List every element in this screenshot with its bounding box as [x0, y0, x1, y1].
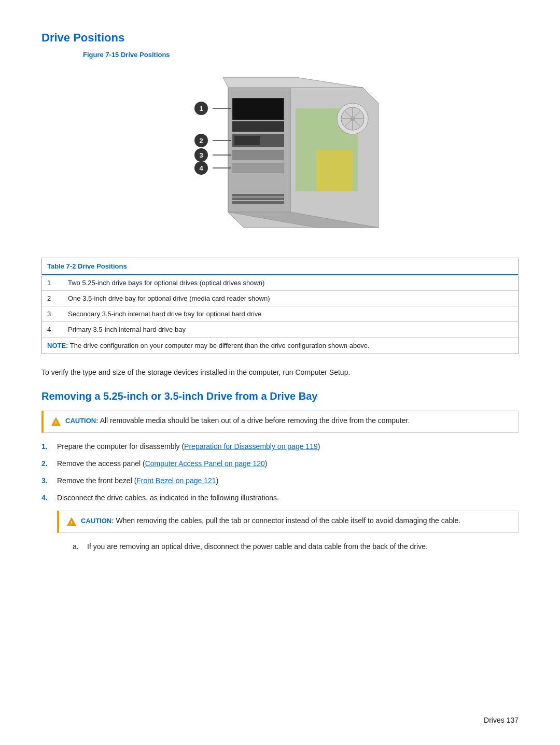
svg-rect-15: [232, 121, 284, 132]
computer-svg: 1 2 3 4: [161, 67, 399, 243]
sub-steps-list: a. If you are removing an optical drive,…: [73, 541, 519, 552]
step-text-4: Disconnect the drive cables, as indicate…: [57, 493, 279, 503]
caution-label-2: CAUTION:: [81, 517, 114, 525]
step-4: 4. Disconnect the drive cables, as indic…: [41, 493, 519, 503]
page-title: Drive Positions: [41, 31, 519, 45]
step-1: 1. Prepare the computer for disassembly …: [41, 441, 519, 452]
table-caption: Table 7-2 Drive Positions: [42, 258, 518, 275]
svg-rect-22: [232, 201, 284, 204]
svg-rect-17: [234, 136, 260, 145]
svg-rect-20: [232, 194, 284, 196]
steps-list: 1. Prepare the computer for disassembly …: [41, 441, 519, 503]
step-2-link[interactable]: Computer Access Panel on page 120: [145, 459, 265, 468]
step-3-link[interactable]: Front Bezel on page 121: [136, 476, 216, 485]
row-desc: Secondary 3.5-inch internal hard drive b…: [68, 310, 513, 318]
svg-rect-5: [316, 150, 353, 191]
step-num-2: 2.: [41, 458, 52, 469]
sub-step-text-a: If you are removing an optical drive, di…: [87, 541, 428, 552]
row-num: 4: [47, 326, 68, 333]
drive-positions-table: Table 7-2 Drive Positions 1 Two 5.25-inc…: [41, 258, 519, 354]
caution-body-2: When removing the cables, pull the tab o…: [114, 516, 461, 525]
sub-step-a: a. If you are removing an optical drive,…: [73, 541, 519, 552]
step-num-4: 4.: [41, 493, 52, 503]
step-num-3: 3.: [41, 475, 52, 486]
section2-title: Removing a 5.25-inch or 3.5-inch Drive f…: [41, 390, 519, 402]
svg-text:!: !: [71, 521, 72, 526]
step-2: 2. Remove the access panel (Computer Acc…: [41, 458, 519, 469]
svg-text:4: 4: [199, 164, 203, 172]
caution-body-1: All removable media should be taken out …: [99, 416, 410, 425]
caution-text-2: CAUTION: When removing the cables, pull …: [81, 516, 460, 525]
caution-icon-1: !: [51, 417, 61, 427]
svg-text:!: !: [55, 420, 57, 426]
figure-caption: Figure 7-15 Drive Positions: [83, 51, 519, 59]
step-text-2: Remove the access panel (Computer Access…: [57, 458, 267, 469]
table-note: NOTE: The drive configuration on your co…: [47, 342, 370, 349]
row-num: 3: [47, 310, 68, 318]
row-num: 1: [47, 279, 68, 287]
table-row: 2 One 3.5-inch drive bay for optional dr…: [42, 291, 518, 306]
caution-box-2: ! CAUTION: When removing the cables, pul…: [57, 511, 519, 533]
svg-text:2: 2: [199, 137, 203, 145]
table-row: 3 Secondary 3.5-inch internal hard drive…: [42, 306, 518, 322]
table-row: 4 Primary 3.5-inch internal hard drive b…: [42, 322, 518, 338]
caution-box-1: ! CAUTION: All removable media should be…: [41, 411, 519, 433]
body-paragraph: To verify the type and size of the stora…: [41, 367, 519, 378]
caution-icon-2: !: [66, 517, 77, 527]
sub-step-letter-a: a.: [73, 541, 82, 552]
note-label: NOTE:: [47, 342, 68, 349]
svg-text:3: 3: [199, 151, 203, 159]
svg-marker-2: [223, 77, 363, 88]
caution-label-1: CAUTION:: [65, 417, 99, 425]
svg-rect-14: [233, 99, 283, 119]
step-3: 3. Remove the front bezel (Front Bezel o…: [41, 475, 519, 486]
row-num: 2: [47, 294, 68, 302]
step-num-1: 1.: [41, 441, 52, 452]
step-text-3: Remove the front bezel (Front Bezel on p…: [57, 475, 218, 486]
svg-rect-18: [232, 150, 284, 160]
row-desc: Two 5.25-inch drive bays for optional dr…: [68, 279, 513, 287]
svg-rect-21: [232, 198, 284, 200]
step-text-1: Prepare the computer for disassembly (Pr…: [57, 441, 320, 452]
svg-rect-19: [232, 163, 284, 173]
row-desc: Primary 3.5-inch internal hard drive bay: [68, 326, 513, 333]
note-text: The drive configuration on your computer…: [68, 342, 369, 349]
svg-text:1: 1: [199, 105, 203, 113]
footer-text: Drives 137: [484, 716, 519, 724]
table-note-row: NOTE: The drive configuration on your co…: [42, 338, 518, 354]
computer-figure: 1 2 3 4: [41, 67, 519, 243]
table-row: 1 Two 5.25-inch drive bays for optional …: [42, 275, 518, 291]
row-desc: One 3.5-inch drive bay for optional driv…: [68, 294, 513, 302]
page-footer: Drives 137: [484, 716, 519, 724]
step-1-link[interactable]: Preparation for Disassembly on page 119: [184, 442, 318, 451]
caution-text-1: CAUTION: All removable media should be t…: [65, 416, 410, 425]
